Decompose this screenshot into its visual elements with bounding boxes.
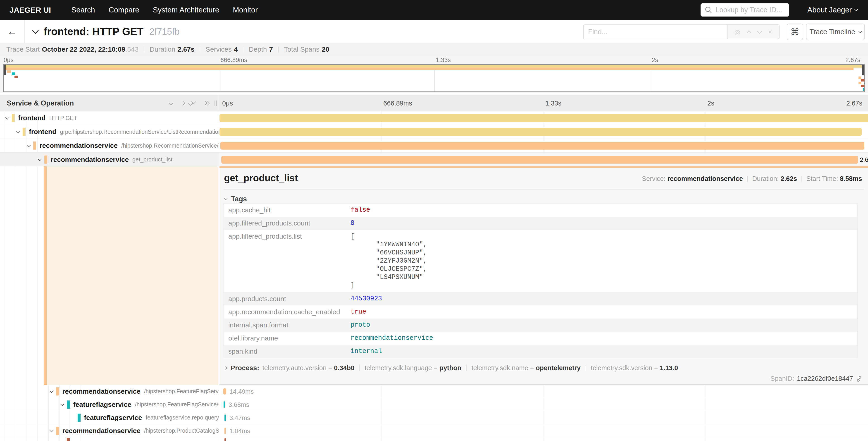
process-section-toggle[interactable]: Process: telemetry.auto.version = 0.34b0… xyxy=(224,364,678,372)
expand-one-chevron-right-icon[interactable] xyxy=(180,101,185,106)
nav-item-system-architecture[interactable]: System Architecture xyxy=(146,0,226,20)
span-duration-bar[interactable] xyxy=(220,142,864,150)
span-color-bar xyxy=(67,438,70,441)
back-button[interactable]: ← xyxy=(0,20,25,43)
span-collapse-chevron-icon[interactable] xyxy=(60,402,64,406)
tag-row: otel.library.namerecommendationservice xyxy=(224,332,857,345)
trace-id-lookup-input[interactable] xyxy=(715,6,784,14)
minimap-span-mark xyxy=(859,77,861,79)
minimap-tick: 2.67s xyxy=(845,57,860,64)
span-service-name[interactable]: frontend xyxy=(18,114,46,122)
span-color-bar xyxy=(23,128,26,136)
span-collapse-chevron-icon[interactable] xyxy=(37,157,42,161)
span-operation-name: /hipstershop.ProductCatalogSer... xyxy=(144,428,219,434)
minimap-right-scrubber-handle[interactable] xyxy=(862,65,864,75)
trace-title-text: frontend: HTTP GET xyxy=(44,25,144,37)
span-row-get-product-list-selected[interactable]: recommendationservice get_product_list 2… xyxy=(0,153,868,167)
span-service-name[interactable]: featureflagservice xyxy=(73,401,131,408)
trace-id-short: 2f715fb xyxy=(149,27,180,37)
span-operation-name: /hipstershop.FeatureFlagService/Ge... xyxy=(135,401,219,408)
find-prev-icon[interactable] xyxy=(746,30,752,35)
span-collapse-chevron-icon[interactable] xyxy=(16,129,20,133)
collapse-all-double-chevron-icon[interactable] xyxy=(192,100,195,105)
collapse-trace-chevron-icon[interactable] xyxy=(32,27,39,34)
span-service-name[interactable]: recommendationservice xyxy=(40,142,118,149)
tag-row: app.filtered_products.count8 xyxy=(224,217,857,230)
column-resizer-grip[interactable] xyxy=(215,100,215,106)
jaeger-logo[interactable]: JAEGER UI xyxy=(9,6,51,14)
minimap-span-mark xyxy=(859,82,861,84)
trace-id-lookup[interactable] xyxy=(701,3,789,17)
span-duration-bar[interactable] xyxy=(223,388,226,394)
span-duration-bar[interactable] xyxy=(224,428,226,434)
nav-item-search[interactable]: Search xyxy=(64,0,102,20)
span-duration-bar[interactable] xyxy=(219,128,862,136)
search-icon xyxy=(705,6,712,14)
tag-row: span.kindinternal xyxy=(224,345,857,358)
service-operation-column-title: Service & Operation xyxy=(7,99,74,107)
trace-view-selector[interactable]: Trace Timeline xyxy=(806,24,865,40)
find-clear-icon[interactable]: × xyxy=(768,28,772,36)
locate-icon[interactable]: ◎ xyxy=(734,28,740,36)
column-resizer-grip[interactable] xyxy=(216,100,217,106)
collapse-all-chevron-down-icon[interactable] xyxy=(168,101,173,106)
find-input[interactable] xyxy=(588,28,720,36)
span-color-bar xyxy=(78,414,81,422)
span-operation-name: featureflagservice.repo.query:fe... xyxy=(146,414,219,421)
detail-left-gutter xyxy=(0,167,219,385)
span-duration-bar[interactable] xyxy=(224,438,226,441)
deep-link-icon[interactable] xyxy=(856,375,863,382)
minimap-span-mark xyxy=(861,85,864,87)
service-value: recommendationservice xyxy=(668,175,743,182)
span-row-featureflag-grpc-parent[interactable]: recommendationservice /hipstershop.Featu… xyxy=(0,385,868,398)
span-color-bar xyxy=(12,114,15,122)
nav-item-compare[interactable]: Compare xyxy=(102,0,146,20)
minimap-span-mark xyxy=(861,79,864,82)
span-duration-bar[interactable] xyxy=(223,401,225,408)
span-row-partial[interactable] xyxy=(0,437,868,441)
span-operation-name: /hipstershop.FeatureFlagService... xyxy=(144,388,219,394)
minimap-canvas[interactable] xyxy=(3,64,865,92)
about-jaeger-label: About Jaeger xyxy=(807,6,852,14)
span-collapse-chevron-icon[interactable] xyxy=(50,389,53,393)
span-service-name[interactable]: frontend xyxy=(29,128,57,136)
command-icon: ⌘ xyxy=(790,27,800,37)
expand-all-double-chevron-icon[interactable] xyxy=(203,101,209,106)
find-next-icon[interactable] xyxy=(757,29,762,34)
depth-value: 7 xyxy=(269,46,273,53)
span-row-productcatalog-grpc[interactable]: recommendationservice /hipstershop.Produ… xyxy=(0,424,868,437)
minimap-tick: 1.33s xyxy=(436,57,451,64)
span-row-featureflagservice-grpc[interactable]: featureflagservice /hipstershop.FeatureF… xyxy=(0,398,868,411)
span-service-name[interactable]: recommendationservice xyxy=(62,427,141,435)
timeline-column-header: Service & Operation 0μs 666.89ms 1.33s 2… xyxy=(0,95,868,111)
find-box[interactable] xyxy=(583,25,727,39)
trace-minimap: 0μs 666.89ms 1.33s 2s 2.67s xyxy=(0,56,868,93)
span-duration-label: 3.47ms xyxy=(229,414,250,421)
about-jaeger-menu[interactable]: About Jaeger xyxy=(807,0,858,20)
nav-item-monitor[interactable]: Monitor xyxy=(226,0,265,20)
minimap-span-mark xyxy=(14,76,18,78)
tags-section-toggle[interactable]: Tags xyxy=(224,195,247,203)
keyboard-shortcuts-button[interactable]: ⌘ xyxy=(787,24,803,40)
span-row-featureflagservice-repo-query[interactable]: featureflagservice featureflagservice.re… xyxy=(0,411,868,424)
timeline-tick: 2.67s xyxy=(846,99,862,107)
span-service-name[interactable]: recommendationservice xyxy=(62,388,141,395)
span-duration-bar[interactable] xyxy=(221,156,858,164)
span-row-frontend-grpc[interactable]: frontend grpc.hipstershop.Recommendation… xyxy=(0,125,868,139)
minimap-span-mark xyxy=(7,70,11,73)
span-service-name[interactable]: featureflagservice xyxy=(84,414,142,421)
span-bar-duration-label: 2.62s xyxy=(860,156,868,164)
tag-row: app.filtered_products.list [ "1YMWWN1N4O… xyxy=(224,230,857,292)
process-kv: telemetry.sdk.version = 1.13.0 xyxy=(591,364,678,372)
minimap-left-scrubber-handle[interactable] xyxy=(4,65,6,75)
span-row-recommendation-grpc[interactable]: recommendationservice /hipstershop.Recom… xyxy=(0,139,868,153)
span-duration-bar[interactable] xyxy=(219,114,868,122)
span-service-name[interactable]: recommendationservice xyxy=(51,156,129,164)
span-operation-name: /hipstershop.RecommendationService/Lis..… xyxy=(121,142,219,149)
span-row-frontend-http-get[interactable]: frontend HTTP GET xyxy=(0,111,868,125)
span-collapse-chevron-icon[interactable] xyxy=(50,428,53,432)
span-collapse-chevron-icon[interactable] xyxy=(5,115,9,120)
span-collapse-chevron-icon[interactable] xyxy=(27,143,31,147)
timeline-tick: 0μs xyxy=(222,99,233,107)
span-duration-bar[interactable] xyxy=(224,414,226,421)
